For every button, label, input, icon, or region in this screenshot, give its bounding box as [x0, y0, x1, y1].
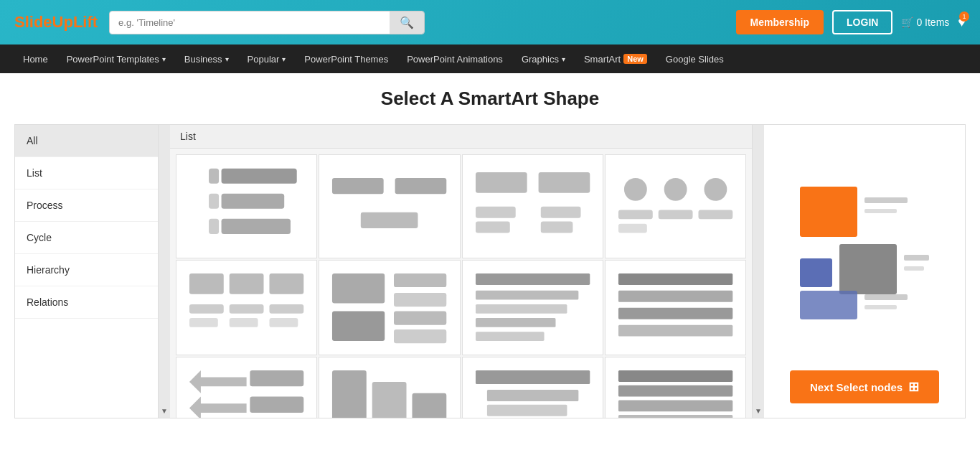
svg-rect-2 — [222, 194, 285, 209]
svg-rect-39 — [475, 304, 566, 314]
nav-item-business[interactable]: Business ▾ — [176, 47, 237, 72]
header-actions: Membership LOGIN 🛒 0 Items ♥ 1 — [736, 10, 966, 34]
search-input[interactable] — [110, 11, 390, 34]
shape-item[interactable] — [462, 357, 603, 418]
site-header: SlideUpLift 🔍 Membership LOGIN 🛒 0 Items… — [0, 0, 980, 45]
shapes-grid — [170, 149, 752, 418]
svg-rect-31 — [332, 273, 385, 303]
svg-rect-42 — [618, 273, 732, 285]
shape-item[interactable] — [319, 154, 460, 258]
cart-icon[interactable]: 🛒 0 Items — [901, 17, 949, 28]
wishlist-icon[interactable]: ♥ 1 — [958, 15, 966, 30]
logo-accent: Lift — [73, 13, 98, 31]
cart-icon-symbol: 🛒 — [901, 17, 913, 28]
main-nav: Home PowerPoint Templates ▾ Business ▾ P… — [0, 45, 980, 73]
nav-item-graphics[interactable]: Graphics ▾ — [513, 47, 574, 72]
site-logo[interactable]: SlideUpLift — [14, 13, 98, 32]
svg-rect-6 — [332, 178, 384, 194]
nav-item-ppt-templates[interactable]: PowerPoint Templates ▾ — [58, 47, 174, 72]
svg-rect-81 — [904, 255, 929, 261]
svg-rect-10 — [538, 172, 590, 193]
svg-rect-44 — [618, 307, 732, 319]
shape-item[interactable] — [319, 357, 460, 418]
shape-item[interactable] — [605, 357, 746, 418]
svg-rect-37 — [475, 273, 589, 285]
next-select-nodes-button[interactable]: Next Select nodes ⊞ — [790, 370, 939, 403]
sidebar-item-relations[interactable]: Relations — [15, 286, 158, 319]
svg-rect-32 — [394, 273, 446, 287]
nav-item-ppt-animations[interactable]: PowerPoint Animations — [398, 47, 512, 72]
new-badge: New — [623, 54, 647, 64]
page-title: Select A SmartArt Shape — [14, 88, 966, 110]
svg-rect-29 — [269, 304, 303, 314]
svg-rect-21 — [698, 210, 732, 219]
svg-rect-25 — [189, 304, 224, 314]
shape-item[interactable] — [176, 154, 317, 258]
shape-item[interactable] — [462, 260, 603, 356]
svg-rect-77 — [800, 187, 857, 237]
nodes-icon: ⊞ — [908, 379, 919, 395]
sidebar-item-all[interactable]: All — [15, 125, 158, 157]
next-button-label: Next Select nodes — [810, 381, 903, 393]
svg-rect-0 — [222, 169, 297, 184]
svg-rect-83 — [800, 258, 832, 287]
shape-item[interactable] — [462, 154, 603, 258]
svg-rect-38 — [475, 291, 578, 300]
svg-rect-79 — [864, 209, 897, 213]
nav-item-ppt-themes[interactable]: PowerPoint Themes — [296, 47, 397, 72]
chevron-down-icon: ▾ — [562, 55, 565, 63]
svg-rect-24 — [269, 273, 303, 294]
svg-point-16 — [664, 178, 687, 201]
svg-rect-30 — [269, 318, 298, 327]
shape-item[interactable] — [319, 260, 460, 356]
shapes-grid-area: List — [170, 125, 753, 418]
shape-item[interactable] — [176, 260, 317, 356]
nav-item-popular[interactable]: Popular ▾ — [239, 47, 295, 72]
main-content: Select A SmartArt Shape All List Process… — [0, 73, 980, 433]
svg-rect-49 — [250, 397, 303, 413]
membership-button[interactable]: Membership — [736, 10, 824, 34]
svg-rect-20 — [658, 210, 692, 219]
nav-item-smartart[interactable]: SmartArt New — [575, 47, 656, 72]
shape-item[interactable] — [605, 260, 746, 356]
sidebar-scroll-down-arrow[interactable]: ▼ — [159, 125, 170, 418]
svg-rect-82 — [904, 266, 924, 271]
svg-rect-54 — [475, 370, 589, 384]
svg-rect-4 — [222, 219, 291, 234]
svg-rect-59 — [618, 385, 732, 397]
svg-rect-40 — [475, 318, 555, 327]
svg-marker-46 — [189, 370, 247, 393]
nav-item-home[interactable]: Home — [14, 47, 57, 72]
grid-scroll-down-arrow[interactable]: ▼ — [753, 125, 764, 418]
svg-rect-43 — [618, 291, 732, 302]
svg-rect-78 — [864, 197, 908, 203]
sidebar-item-cycle[interactable]: Cycle — [15, 222, 158, 254]
svg-rect-45 — [618, 324, 732, 336]
svg-rect-36 — [394, 329, 446, 343]
smartart-layout: All List Process Cycle Hierarchy Relatio… — [14, 124, 966, 418]
login-button[interactable]: LOGIN — [832, 10, 892, 34]
svg-rect-22 — [189, 273, 224, 294]
svg-rect-80 — [839, 244, 897, 294]
svg-rect-35 — [394, 311, 446, 324]
svg-rect-23 — [230, 273, 264, 294]
svg-point-17 — [704, 178, 727, 201]
svg-rect-51 — [332, 370, 367, 418]
shape-item[interactable] — [605, 154, 746, 258]
svg-rect-58 — [618, 370, 732, 382]
svg-rect-60 — [618, 401, 732, 412]
svg-rect-27 — [230, 304, 264, 314]
sidebar-item-hierarchy[interactable]: Hierarchy — [15, 254, 158, 286]
shape-item[interactable] — [176, 357, 317, 418]
svg-rect-7 — [395, 178, 447, 194]
nav-item-google-slides[interactable]: Google Slides — [657, 47, 732, 72]
sidebar-item-list[interactable]: List — [15, 157, 158, 189]
svg-rect-61 — [618, 415, 732, 418]
sidebar-item-process[interactable]: Process — [15, 189, 158, 222]
cart-item-count: 0 Items — [916, 17, 949, 28]
search-bar: 🔍 — [109, 11, 425, 34]
svg-rect-53 — [413, 393, 447, 418]
svg-rect-41 — [475, 332, 544, 341]
search-button[interactable]: 🔍 — [390, 11, 424, 34]
svg-rect-19 — [618, 223, 647, 233]
